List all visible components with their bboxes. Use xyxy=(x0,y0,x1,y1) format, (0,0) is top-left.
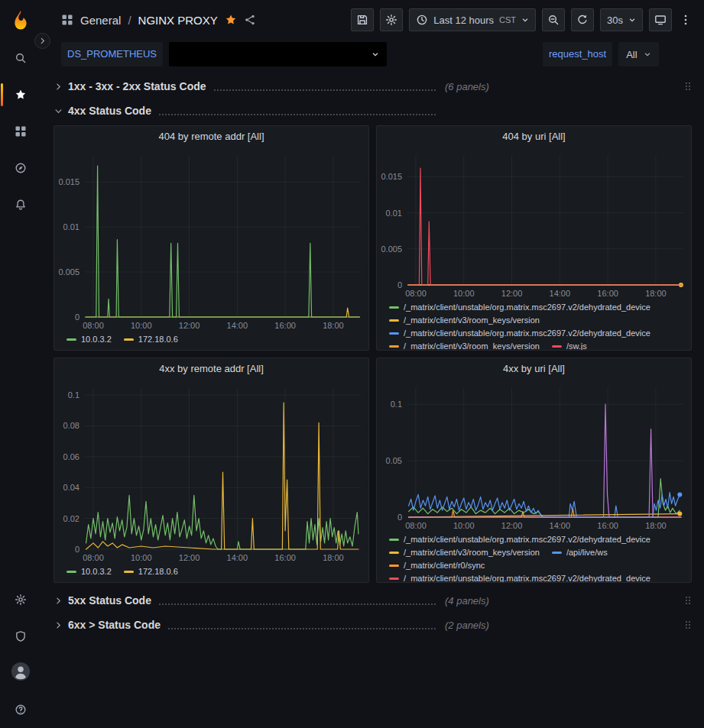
svg-text:0.015: 0.015 xyxy=(381,172,402,181)
panel-title[interactable]: 4xx by remote addr [All] xyxy=(54,358,368,380)
svg-text:14:00: 14:00 xyxy=(550,521,571,530)
timeseries-chart[interactable]: 00.0050.010.01508:0010:0012:0014:0016:00… xyxy=(377,147,691,300)
svg-text:18:00: 18:00 xyxy=(323,553,344,562)
page-title[interactable]: NGINX PROXY xyxy=(138,14,218,27)
dashboard-settings-button[interactable] xyxy=(380,8,403,31)
sidebar-item-starred[interactable] xyxy=(0,76,41,113)
legend-item[interactable]: /_matrix/client/unstable/org.matrix.msc2… xyxy=(389,534,650,545)
svg-text:0.005: 0.005 xyxy=(381,244,402,254)
row-dotted-leader xyxy=(214,89,436,91)
legend-series-swatch xyxy=(389,578,399,580)
legend-item[interactable]: /api/live/ws xyxy=(552,547,608,558)
svg-text:10:00: 10:00 xyxy=(131,553,152,562)
time-range-label: Last 12 hours xyxy=(433,15,494,26)
sidebar-item-dashboards[interactable] xyxy=(0,113,41,150)
chevron-right-icon xyxy=(54,620,63,630)
search-icon xyxy=(15,52,27,64)
cycle-view-mode-button[interactable] xyxy=(649,8,672,31)
legend-item[interactable]: 10.0.3.2 xyxy=(67,334,112,345)
star-icon xyxy=(15,89,27,101)
refresh-interval-dropdown[interactable]: 30s xyxy=(600,8,643,31)
row-title: 4xx Status Code xyxy=(68,105,151,117)
svg-text:16:00: 16:00 xyxy=(274,553,296,562)
sidebar-item-alerting[interactable] xyxy=(0,186,41,223)
sidebar-item-configuration[interactable] xyxy=(0,581,41,618)
share-icon[interactable] xyxy=(244,14,256,26)
request-host-select[interactable]: All xyxy=(618,42,658,66)
svg-text:0.01: 0.01 xyxy=(63,222,79,231)
legend-item[interactable]: /_matrix/client/r0/sync xyxy=(389,560,485,571)
refresh-button[interactable] xyxy=(571,8,594,31)
svg-text:10:00: 10:00 xyxy=(131,321,152,330)
row-drag-handle[interactable] xyxy=(684,594,692,607)
bell-icon xyxy=(15,199,27,211)
timeseries-chart[interactable]: 00.020.040.060.080.108:0010:0012:0014:00… xyxy=(54,380,368,565)
row-header-4xx[interactable]: 4xx Status Code xyxy=(54,101,692,121)
legend-item[interactable]: /_matrix/client/unstable/org.matrix.msc2… xyxy=(389,328,650,339)
legend-series-label: /sw.js xyxy=(566,341,587,351)
dashboard-grid-icon[interactable] xyxy=(61,14,73,26)
compass-icon xyxy=(15,162,27,174)
timeseries-chart[interactable]: 00.0050.010.01508:0010:0012:0014:0016:00… xyxy=(54,147,368,332)
panel-title[interactable]: 404 by remote addr [All] xyxy=(54,126,368,147)
sidebar-expand-button[interactable] xyxy=(34,33,50,49)
more-options-button[interactable] xyxy=(678,8,693,31)
variable-datasource: DS_PROMETHEUS xyxy=(61,42,387,66)
breadcrumb-section[interactable]: General xyxy=(80,14,121,27)
legend-item[interactable]: 172.18.0.6 xyxy=(124,566,178,578)
panel-4xx-by-remote-addr: 4xx by remote addr [All] 00.020.040.060.… xyxy=(54,358,369,583)
chevron-down-icon xyxy=(521,16,529,24)
panel-title[interactable]: 4xx by uri [All] xyxy=(377,358,691,380)
chart-area[interactable]: 00.0050.010.01508:0010:0012:0014:0016:00… xyxy=(54,147,368,332)
row-drag-handle[interactable] xyxy=(684,619,692,631)
row-header-5xx[interactable]: 5xx Status Code (4 panels) xyxy=(54,590,692,610)
legend-item[interactable]: /sw.js xyxy=(552,341,587,351)
dashboard-body: 1xx - 3xx - 2xx Status Code (6 panels) 4… xyxy=(41,69,704,728)
legend-item[interactable]: /_matrix/client/v3/room_keys/version xyxy=(389,341,540,351)
legend-item[interactable]: 172.18.0.6 xyxy=(124,334,178,345)
panel-404-by-remote-addr: 404 by remote addr [All] 00.0050.010.015… xyxy=(54,125,369,351)
panel-4xx-by-uri: 4xx by uri [All] 00.050.108:0010:0012:00… xyxy=(376,358,692,583)
row-header-6xx[interactable]: 6xx > Status Code (2 panels) xyxy=(54,615,692,635)
row-drag-handle[interactable] xyxy=(684,80,692,92)
time-picker-button[interactable]: Last 12 hours CST xyxy=(409,8,536,31)
favorite-star-icon[interactable] xyxy=(225,14,237,26)
panel-legend: /_matrix/client/unstable/org.matrix.msc2… xyxy=(377,532,691,583)
chart-area[interactable]: 00.0050.010.01508:0010:0012:0014:0016:00… xyxy=(377,147,691,300)
help-icon xyxy=(15,704,27,716)
sidebar-item-profile[interactable] xyxy=(0,655,41,691)
svg-text:0.06: 0.06 xyxy=(63,452,79,461)
save-dashboard-button[interactable] xyxy=(351,8,374,31)
sidebar-item-server-admin[interactable] xyxy=(0,618,41,655)
timeseries-chart[interactable]: 00.050.108:0010:0012:0014:0016:0018:00 xyxy=(377,380,691,532)
row-panel-count: (6 panels) xyxy=(445,81,489,92)
legend-item[interactable]: /_matrix/client/unstable/org.matrix.msc2… xyxy=(389,302,650,313)
grafana-logo[interactable] xyxy=(0,0,41,40)
zoom-out-time-button[interactable] xyxy=(542,8,565,31)
legend-series-swatch xyxy=(124,571,134,573)
legend-series-swatch xyxy=(67,338,76,341)
legend-item[interactable]: /_matrix/client/v3/room_keys/version xyxy=(389,315,540,326)
panel-title[interactable]: 404 by uri [All] xyxy=(377,126,691,147)
legend-item[interactable]: 10.0.3.2 xyxy=(67,566,112,578)
sidebar-item-explore[interactable] xyxy=(0,150,41,186)
svg-text:18:00: 18:00 xyxy=(323,321,344,330)
legend-series-label: /_matrix/client/unstable/org.matrix.msc2… xyxy=(404,302,650,313)
variables-toolbar: DS_PROMETHEUS request_host All xyxy=(41,40,704,69)
svg-text:08:00: 08:00 xyxy=(405,289,427,298)
svg-text:18:00: 18:00 xyxy=(645,289,667,298)
svg-text:08:00: 08:00 xyxy=(83,553,104,562)
gear-icon xyxy=(385,14,397,26)
variable-request-host: request_host All xyxy=(543,42,659,66)
legend-series-swatch xyxy=(552,345,562,348)
sidebar-item-help[interactable] xyxy=(0,691,41,728)
svg-text:12:00: 12:00 xyxy=(501,521,523,530)
chart-area[interactable]: 00.050.108:0010:0012:0014:0016:0018:00 xyxy=(377,380,691,532)
chart-area[interactable]: 00.020.040.060.080.108:0010:0012:0014:00… xyxy=(54,380,368,565)
datasource-select[interactable] xyxy=(169,42,387,66)
row-header-1xx-3xx-2xx[interactable]: 1xx - 3xx - 2xx Status Code (6 panels) xyxy=(54,76,692,96)
legend-item[interactable]: /_matrix/client/unstable/org.matrix.msc2… xyxy=(389,573,650,583)
legend-item[interactable]: /_matrix/client/v3/room_keys/version xyxy=(389,547,540,558)
legend-series-swatch xyxy=(389,306,399,309)
legend-series-label: 172.18.0.6 xyxy=(138,566,178,578)
